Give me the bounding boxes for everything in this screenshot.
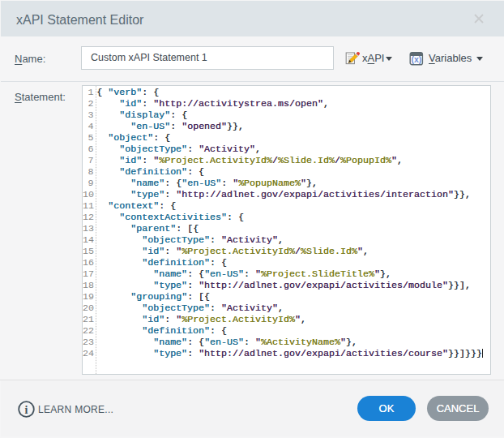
svg-text:(x): (x) xyxy=(411,54,421,64)
svg-text:i: i xyxy=(25,404,28,416)
